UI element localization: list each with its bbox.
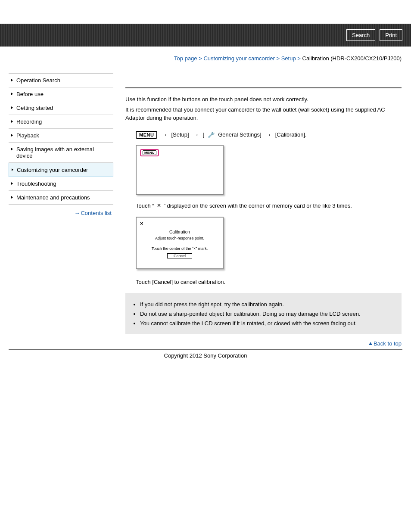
screen-illustration-menu: MENU [136, 145, 224, 195]
touch-text-post: ” displayed on the screen with the corne… [164, 202, 352, 209]
breadcrumb-sep: > [296, 55, 302, 62]
contents-list-label: Contents list [81, 210, 112, 216]
note-item: You cannot calibrate the LCD screen if i… [140, 320, 395, 327]
chevron-right-icon [11, 182, 13, 185]
back-to-top-link[interactable]: Back to top [125, 340, 402, 347]
intro-text-1: Use this function if the buttons on the … [125, 95, 402, 104]
sidebar-item-label: Customizing your camcorder [17, 167, 88, 173]
arrow-right-icon: → [161, 131, 168, 139]
touch-instruction: Touch “ ✕ ” displayed on the screen with… [136, 202, 402, 209]
arrow-right-icon: → [74, 210, 80, 216]
chevron-right-icon [11, 120, 13, 123]
screen-illustration-calibration: × Calibration Adjust touch-response poin… [136, 217, 224, 269]
arrow-up-icon [369, 342, 372, 345]
touch-text-pre: Touch “ [136, 202, 154, 209]
calibration-subtitle: Adjust touch-response point. [137, 236, 223, 240]
chevron-right-icon [11, 93, 13, 95]
intro-text-2: It is recommended that you connect your … [125, 106, 402, 122]
sidebar-item-maintenance[interactable]: Maintenance and precautions [9, 191, 113, 205]
chevron-right-icon [11, 196, 13, 199]
search-button[interactable]: Search [346, 29, 375, 41]
sidebar-item-operation-search[interactable]: Operation Search [9, 74, 113, 87]
arrow-right-icon: → [265, 131, 272, 139]
sidebar-item-label: Recording [16, 118, 42, 125]
screen-menu-label: MENU [143, 150, 156, 155]
calibration-title: Calibration [137, 230, 223, 234]
sidebar-item-saving-images[interactable]: Saving images with an external device [9, 143, 113, 163]
cancel-instruction: Touch [Cancel] to cancel calibration. [136, 279, 402, 285]
calibration-x-icon: × [140, 220, 143, 227]
notes-box: If you did not press the right spot, try… [125, 293, 402, 335]
step-setup: [Setup] [171, 131, 189, 138]
arrow-right-icon: → [193, 131, 199, 139]
contents-list-link[interactable]: →Contents list [9, 210, 113, 216]
chevron-right-icon [12, 168, 13, 171]
chevron-right-icon [11, 148, 13, 150]
breadcrumb-current: Calibration (HDR-CX200/CX210/PJ200) [302, 55, 402, 62]
sidebar-item-customizing[interactable]: Customizing your camcorder [9, 163, 113, 177]
note-item: If you did not press the right spot, try… [140, 301, 395, 308]
header-bar: Search Print [0, 24, 411, 47]
divider [125, 87, 402, 88]
sidebar-item-label: Troubleshooting [16, 180, 56, 187]
sidebar-item-getting-started[interactable]: Getting started [9, 101, 113, 115]
sidebar-item-recording[interactable]: Recording [9, 115, 113, 129]
step-general: General Settings] [218, 131, 261, 138]
breadcrumb-l2[interactable]: Setup [281, 55, 296, 62]
breadcrumb-top[interactable]: Top page [174, 55, 197, 62]
calibration-cancel-button: Cancel [167, 253, 192, 258]
chevron-right-icon [11, 79, 13, 81]
sidebar-item-playback[interactable]: Playback [9, 129, 113, 143]
note-item: Do not use a sharp-pointed object for ca… [140, 310, 395, 318]
copyright-text: Copyright 2012 Sony Corporation [0, 352, 411, 359]
breadcrumb: Top page > Customizing your camcorder > … [125, 55, 402, 62]
sidebar-item-troubleshooting[interactable]: Troubleshooting [9, 177, 113, 191]
sidebar-item-label: Getting started [16, 105, 53, 111]
screen-menu-highlight: MENU [140, 149, 159, 156]
sidebar: Operation Search Before use Getting star… [0, 73, 113, 216]
wrench-icon: 🔧 [208, 131, 215, 138]
breadcrumb-l1[interactable]: Customizing your camcorder [203, 55, 274, 62]
back-to-top-label: Back to top [374, 340, 402, 347]
footer-divider [9, 349, 402, 350]
print-button[interactable]: Print [380, 29, 402, 41]
chevron-right-icon [11, 134, 13, 137]
sidebar-item-label: Operation Search [16, 77, 60, 84]
calibration-instruction: Touch the center of the “×” mark. [137, 246, 223, 251]
step-general-bracket: [ [203, 131, 205, 138]
x-mark-icon: ✕ [156, 202, 162, 208]
main-content: Top page > Customizing your camcorder > … [113, 47, 411, 347]
menu-path: MENU → [Setup] → [🔧General Settings] → [… [136, 131, 402, 139]
sidebar-item-label: Maintenance and precautions [16, 194, 90, 201]
sidebar-item-label: Saving images with an external device [16, 146, 94, 159]
step-calibration: [Calibration]. [275, 131, 307, 138]
sidebar-item-before-use[interactable]: Before use [9, 87, 113, 101]
sidebar-item-label: Before use [16, 91, 44, 97]
chevron-right-icon [11, 106, 13, 109]
sidebar-item-label: Playback [16, 132, 39, 139]
breadcrumb-sep: > [275, 55, 281, 62]
menu-button-icon: MENU [136, 131, 157, 139]
breadcrumb-sep: > [197, 55, 204, 62]
